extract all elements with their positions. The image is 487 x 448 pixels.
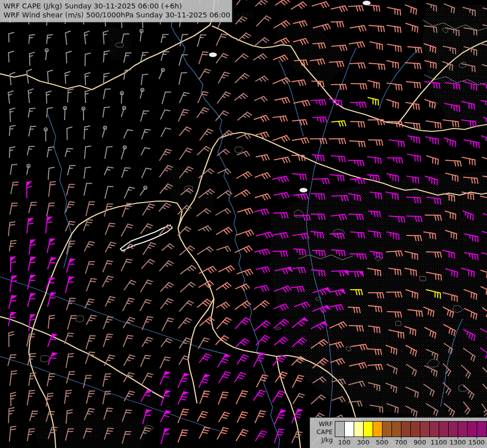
legend-tick-label: 1100 (430, 439, 447, 446)
map-title-line2: WRF Wind shear (m/s) 500/1000hPa Sunday … (3, 10, 228, 19)
legend-swatch (345, 422, 354, 437)
legend-tick-label: 900 (414, 439, 426, 446)
cape-white-patch (209, 53, 217, 57)
legend-title-field: CAPE (312, 428, 333, 436)
cape-white-patch (363, 1, 371, 5)
legend-swatch (420, 422, 430, 437)
weather-map (0, 0, 487, 448)
legend-swatch (335, 422, 345, 437)
legend-swatch (468, 422, 477, 437)
legend-tick-label: 1500 (468, 439, 485, 446)
legend-tick-label: 500 (376, 439, 389, 446)
cape-white-patch (299, 188, 307, 193)
map-title-bar: WRF CAPE (J/kg) Sunday 30-11-2025 06:00 … (0, 0, 232, 22)
legend-swatch (401, 422, 411, 437)
cape-color-scale (335, 421, 487, 437)
legend-swatch (458, 422, 468, 437)
map-title-line1: WRF CAPE (J/kg) Sunday 30-11-2025 06:00 … (3, 1, 228, 10)
legend-swatch (392, 422, 401, 437)
weather-map-stage: WRF CAPE (J/kg) Sunday 30-11-2025 06:00 … (0, 0, 487, 448)
legend-tick-label: 100 (338, 439, 351, 446)
legend-swatch (430, 422, 439, 437)
legend-title: WRF CAPE J/kg (312, 420, 333, 444)
legend-swatch (364, 422, 373, 437)
legend-tick-label: 300 (357, 439, 370, 446)
legend-swatch (411, 422, 420, 437)
legend-tick-label: 1300 (449, 439, 466, 446)
legend-title-units: J/kg (312, 436, 333, 444)
legend-swatch (477, 422, 487, 437)
legend-tick-label: 700 (395, 439, 407, 446)
legend-swatch (439, 422, 449, 437)
stipple-region (107, 27, 132, 62)
legend-swatch (449, 422, 458, 437)
legend-swatch (373, 422, 383, 437)
cape-legend-panel: WRF CAPE J/kg 10030050070090011001300150… (309, 417, 487, 448)
legend-swatch (383, 422, 392, 437)
legend-swatch (354, 422, 364, 437)
legend-title-model: WRF (312, 420, 333, 428)
